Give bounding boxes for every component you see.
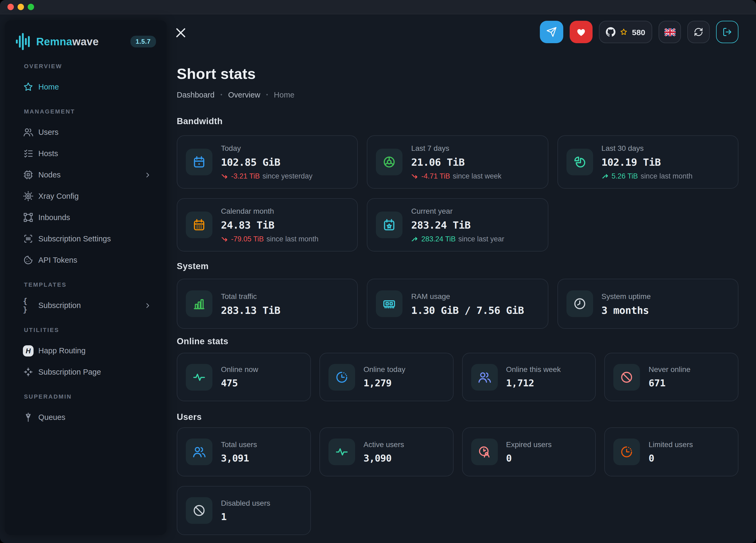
stat-label: Online this week: [506, 365, 588, 374]
clock-dashed-icon: [614, 439, 640, 465]
sidebar-item-users[interactable]: Users: [15, 122, 156, 142]
trend-up-icon: [601, 172, 609, 180]
sidebar-item-home[interactable]: Home: [15, 77, 156, 96]
delta-value: 5.26 TiB: [611, 171, 638, 181]
topbar-actions: 580: [540, 21, 738, 43]
traffic-light-close[interactable]: [7, 4, 14, 10]
language-button[interactable]: [659, 21, 681, 43]
heart-icon: [576, 27, 586, 37]
trend-down-icon: [221, 235, 228, 243]
delta-value: -3.21 TiB: [231, 171, 260, 181]
stat-value: 671: [649, 377, 731, 390]
sidebar-item-nodes[interactable]: Nodes: [15, 165, 156, 184]
page-title: Short stats: [177, 64, 738, 84]
delta-value: 283.24 TiB: [421, 234, 456, 243]
stat-value: 102.19 TiB: [601, 156, 730, 168]
sidebar-item-label: Xray Config: [38, 192, 79, 200]
ban-icon: [186, 497, 212, 524]
sidebar-item-queues[interactable]: Queues: [15, 408, 156, 427]
stat-card-ram-usage: RAM usage 1.30 GiB / 7.56 GiB: [367, 279, 548, 329]
converge-arrows-icon: [23, 367, 34, 377]
github-star-count: 580: [632, 27, 645, 36]
telegram-button[interactable]: [540, 21, 563, 43]
stat-card-system-uptime: System uptime 3 months: [557, 279, 738, 329]
bandwidth-cards: Today 102.85 GiB -3.21 TiB since yesterd…: [177, 135, 738, 251]
stat-value: 475: [221, 377, 303, 390]
breadcrumb-separator: •: [266, 89, 268, 100]
stat-card-expired-users: Expired users 0: [462, 427, 596, 476]
logout-button[interactable]: [716, 21, 738, 43]
breadcrumb: Dashboard • Overview • Home: [177, 89, 738, 100]
app-name: Remnawave: [36, 35, 99, 48]
delta-suffix: since last month: [640, 171, 692, 181]
calendar-star-icon: [376, 211, 403, 238]
breadcrumb-home: Home: [274, 89, 294, 100]
stat-value: 1: [221, 510, 303, 523]
main-content: 580: [177, 0, 738, 535]
sidebar-item-hosts[interactable]: Hosts: [15, 144, 156, 163]
stat-label: RAM usage: [411, 291, 540, 301]
delta-suffix: since last week: [453, 171, 502, 181]
stat-card-last-7-days: Last 7 days 21.06 TiB -4.71 TiB since la…: [367, 135, 548, 189]
clock-dashed-icon: [328, 364, 355, 390]
delta-suffix: since last year: [458, 234, 504, 243]
sidebar-item-label: Subscription: [38, 301, 81, 310]
sidebar-item-inbounds[interactable]: Inbounds: [15, 208, 156, 227]
stat-label: Never online: [649, 365, 731, 374]
sidebar-item-label: Users: [38, 128, 59, 136]
calendar-month-icon: [186, 211, 212, 238]
sidebar-item-api-tokens[interactable]: API Tokens: [15, 250, 156, 269]
delta-value: -4.71 TiB: [421, 171, 450, 181]
pulse-icon: [328, 439, 355, 465]
breadcrumb-dashboard[interactable]: Dashboard: [177, 89, 215, 100]
stat-label: Disabled users: [221, 498, 303, 508]
sidebar-item-subscription-settings[interactable]: Subscription Settings: [15, 229, 156, 248]
stat-value: 0: [506, 452, 588, 464]
stat-label: Today: [221, 143, 350, 153]
stat-label: Active users: [364, 439, 446, 449]
happ-logo-icon: H: [23, 345, 34, 356]
sidebar-item-xray-config[interactable]: Xray Config: [15, 186, 156, 206]
telegram-plane-icon: [546, 27, 557, 37]
chevron-right-icon: [144, 171, 152, 179]
trend-up-icon: [411, 235, 419, 243]
stat-label: Calendar month: [221, 206, 350, 216]
donate-heart-button[interactable]: [570, 21, 593, 43]
stat-label: Last 7 days: [411, 143, 540, 153]
refresh-button[interactable]: [687, 21, 710, 43]
users-icon: [471, 364, 498, 390]
calendar-icon: [186, 149, 212, 175]
stat-delta: -4.71 TiB since last week: [411, 171, 540, 181]
stat-label: Total traffic: [221, 291, 350, 301]
stat-value: 1,712: [506, 377, 588, 390]
stat-value: 24.83 TiB: [221, 218, 350, 231]
stat-delta: 5.26 TiB since last month: [601, 171, 730, 181]
stat-delta: -79.05 TiB since last month: [221, 234, 350, 243]
donut-chart-icon: [376, 149, 403, 175]
sidebar-item-label: API Tokens: [38, 256, 77, 264]
section-heading-system: System: [177, 260, 738, 272]
sidebar-item-subscription-page[interactable]: Subscription Page: [15, 362, 156, 382]
sidebar-section-templates: TEMPLATES: [15, 282, 156, 288]
chevron-right-icon: [144, 301, 152, 309]
traffic-light-zoom[interactable]: [28, 4, 34, 10]
user-clock-icon: [471, 439, 498, 465]
star-icon: [23, 81, 34, 92]
sidebar-item-subscription-template[interactable]: { } Subscription: [15, 296, 156, 315]
stat-card-last-30-days: Last 30 days 102.19 TiB 5.26 TiB since l…: [557, 135, 738, 189]
sidebar-item-happ-routing[interactable]: H Happ Routing: [15, 341, 156, 360]
stat-card-current-year: Current year 283.24 TiB 283.24 TiB since…: [367, 198, 548, 251]
stat-label: Limited users: [649, 439, 731, 449]
close-button[interactable]: [174, 26, 187, 39]
ram-icon: [376, 291, 403, 317]
online-stats-cards: Online now 475 Online today 1,279: [177, 353, 738, 401]
github-stars-button[interactable]: 580: [599, 21, 652, 43]
stat-card-limited-users: Limited users 0: [605, 427, 739, 476]
github-icon: [606, 27, 615, 37]
pie-chart-icon: [566, 149, 593, 175]
ban-icon: [614, 364, 640, 390]
breadcrumb-overview[interactable]: Overview: [228, 89, 260, 100]
traffic-light-minimize[interactable]: [18, 4, 24, 10]
sidebar-item-label: Inbounds: [38, 213, 70, 222]
stat-card-online-this-week: Online this week 1,712: [462, 353, 596, 401]
